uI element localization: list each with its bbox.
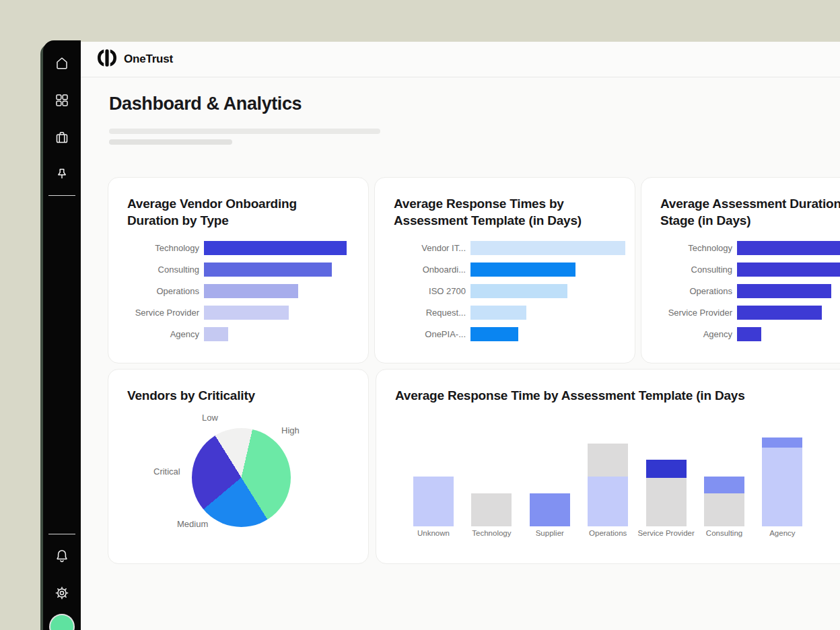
home-icon bbox=[54, 55, 70, 71]
card-vendors-by-criticality: Vendors by Criticality Low High Critical… bbox=[108, 369, 369, 564]
hbar-chart-response-times: Vendor IT...Onboardi...ISO 2700Request..… bbox=[394, 237, 625, 345]
stacked-bar[interactable] bbox=[413, 477, 454, 526]
card-response-time-template: Average Response Time by Assessment Temp… bbox=[376, 369, 840, 564]
bell-icon bbox=[54, 548, 70, 564]
brand-name: OneTrust bbox=[124, 53, 173, 66]
bar-segment bbox=[704, 493, 744, 526]
sidebar-item-portfolio[interactable] bbox=[43, 118, 81, 155]
pin-icon bbox=[54, 166, 70, 182]
card-title: Average Response Times by Assessment Tem… bbox=[375, 178, 635, 229]
bar-row: Request... bbox=[394, 302, 625, 323]
bar-label: Technology bbox=[660, 243, 732, 253]
onetrust-logo-mark-icon bbox=[97, 49, 117, 69]
sidebar-item-apps[interactable] bbox=[43, 81, 81, 118]
bar-segment bbox=[413, 477, 454, 526]
skeleton-bar bbox=[109, 139, 232, 145]
hbar-chart-assessment-duration: TechnologyConsultingOperationsService Pr… bbox=[660, 237, 840, 345]
card-title: Vendors by Criticality bbox=[108, 370, 368, 404]
bar-row: OnePIA-... bbox=[394, 323, 625, 345]
sidebar-divider bbox=[48, 195, 75, 196]
bar-label: Onboardi... bbox=[394, 265, 466, 275]
bar-segment bbox=[588, 477, 628, 526]
bar-row: Onboardi... bbox=[394, 258, 625, 280]
apps-grid-icon bbox=[54, 92, 70, 108]
bar[interactable] bbox=[470, 306, 526, 320]
bar-segment bbox=[588, 444, 628, 477]
stacked-bar[interactable] bbox=[530, 493, 570, 526]
sidebar-item-pinned[interactable] bbox=[43, 155, 81, 193]
stacked-bar[interactable] bbox=[588, 444, 628, 526]
criticality-pie-chart[interactable] bbox=[192, 428, 291, 527]
sidebar-item-home[interactable] bbox=[43, 44, 81, 81]
bar-row: Service Provider bbox=[127, 302, 347, 323]
bar-label: Request... bbox=[394, 308, 466, 318]
bar[interactable] bbox=[470, 262, 575, 277]
pie-label-low: Low bbox=[202, 413, 218, 423]
hbar-chart-onboarding: TechnologyConsultingOperationsService Pr… bbox=[127, 237, 347, 345]
onetrust-logo[interactable]: OneTrust bbox=[97, 49, 173, 69]
bar-row: Operations bbox=[660, 280, 840, 302]
briefcase-icon bbox=[54, 129, 70, 145]
bar[interactable] bbox=[737, 284, 831, 298]
bar[interactable] bbox=[737, 306, 822, 320]
sidebar-divider bbox=[48, 534, 75, 534]
skeleton-bar bbox=[109, 129, 380, 134]
pie-label-high: High bbox=[281, 425, 300, 435]
card-title: Average Vendor Onboarding Duration by Ty… bbox=[108, 178, 368, 229]
bar-segment bbox=[762, 438, 802, 448]
stacked-bar[interactable] bbox=[471, 493, 512, 526]
stacked-bar[interactable] bbox=[646, 460, 687, 526]
app-header: OneTrust bbox=[81, 42, 840, 77]
bar-segment bbox=[530, 493, 570, 526]
bar[interactable] bbox=[470, 327, 518, 341]
bar-label: Agency bbox=[742, 529, 823, 537]
bar[interactable] bbox=[737, 327, 761, 341]
card-vendor-onboarding-duration: Average Vendor Onboarding Duration by Ty… bbox=[108, 177, 369, 363]
bar-segment bbox=[762, 448, 802, 526]
stacked-bar-chart: UnknownTechnologySupplierOperationsServi… bbox=[376, 370, 840, 563]
bar-row: Agency bbox=[660, 323, 840, 345]
bar-label: Service Provider bbox=[127, 308, 199, 318]
sidebar-item-settings[interactable] bbox=[43, 574, 81, 611]
bar-segment bbox=[646, 478, 687, 526]
page-title: Dashboard & Analytics bbox=[109, 94, 302, 114]
bar[interactable] bbox=[204, 262, 332, 277]
stacked-bar[interactable] bbox=[704, 477, 744, 526]
bar[interactable] bbox=[204, 241, 347, 255]
bar-row: Agency bbox=[127, 323, 347, 345]
bar-label: Agency bbox=[127, 329, 199, 339]
bar[interactable] bbox=[204, 306, 289, 320]
bar-label: Vendor IT... bbox=[394, 243, 466, 253]
bar-row: Operations bbox=[127, 280, 347, 302]
bar[interactable] bbox=[470, 241, 625, 255]
card-title: Average Assessment Duration by Stage (in… bbox=[641, 178, 840, 229]
main-content: Dashboard & Analytics Average Vendor Onb… bbox=[81, 77, 840, 630]
bar-label: ISO 2700 bbox=[394, 286, 466, 296]
bar[interactable] bbox=[204, 284, 298, 298]
card-response-times-template: Average Response Times by Assessment Tem… bbox=[374, 177, 635, 363]
card-assessment-duration-stage: Average Assessment Duration by Stage (in… bbox=[641, 177, 840, 363]
user-avatar[interactable] bbox=[50, 615, 73, 630]
bar-segment bbox=[704, 477, 744, 493]
bar-row: Service Provider bbox=[660, 302, 840, 323]
pie-label-critical: Critical bbox=[153, 466, 180, 477]
bar-row: Technology bbox=[127, 237, 347, 258]
bar[interactable] bbox=[737, 262, 840, 277]
bar-label: Service Provider bbox=[660, 308, 732, 318]
bar[interactable] bbox=[204, 327, 228, 341]
bar-label: Technology bbox=[127, 243, 199, 253]
bar[interactable] bbox=[470, 284, 567, 298]
bar-label: Agency bbox=[660, 329, 732, 339]
bar-segment bbox=[646, 460, 687, 478]
bar[interactable] bbox=[737, 241, 840, 255]
sidebar bbox=[43, 40, 81, 630]
bar-row: Technology bbox=[660, 237, 840, 258]
stacked-bar[interactable] bbox=[762, 438, 802, 526]
bar-row: Consulting bbox=[660, 258, 840, 280]
bar-label: Operations bbox=[660, 286, 732, 296]
gear-icon bbox=[54, 585, 70, 601]
sidebar-item-notifications[interactable] bbox=[43, 537, 81, 574]
bar-label: Consulting bbox=[127, 265, 199, 275]
pie-label-medium: Medium bbox=[177, 519, 208, 529]
bar-row: Vendor IT... bbox=[394, 237, 625, 258]
